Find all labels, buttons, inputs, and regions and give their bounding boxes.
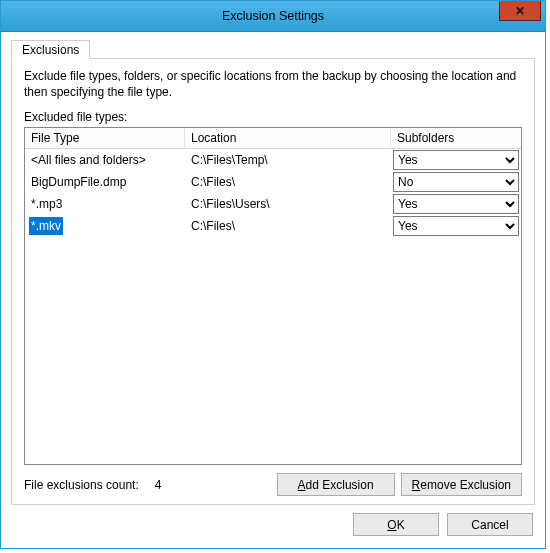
file-type-cell[interactable]: BigDumpFile.dmp <box>25 171 185 193</box>
tab-content: Exclude file types, folders, or specific… <box>12 59 534 504</box>
count-value: 4 <box>155 478 162 492</box>
ok-button[interactable]: OK <box>353 513 439 536</box>
close-button[interactable]: ✕ <box>499 1 541 21</box>
location-cell[interactable]: C:\Files\ <box>185 215 391 237</box>
dialog-window: Exclusion Settings ✕ Exclusions Exclude … <box>0 0 546 549</box>
subfolders-cell: YesNo <box>391 171 521 193</box>
subfolders-select[interactable]: YesNo <box>393 172 519 192</box>
subfolders-select[interactable]: YesNo <box>393 216 519 236</box>
window-title: Exclusion Settings <box>1 9 545 23</box>
grid-body[interactable]: <All files and folders>C:\Files\Temp\Yes… <box>25 149 521 464</box>
file-type-cell[interactable]: <All files and folders> <box>25 149 185 171</box>
subfolders-cell: YesNo <box>391 215 521 237</box>
col-file-type[interactable]: File Type <box>25 128 185 148</box>
table-row[interactable]: BigDumpFile.dmpC:\Files\YesNo <box>25 171 521 193</box>
tab-frame: Exclusions Exclude file types, folders, … <box>11 58 535 505</box>
description-text: Exclude file types, folders, or specific… <box>24 69 522 100</box>
table-row[interactable]: *.mp3C:\Files\Users\YesNo <box>25 193 521 215</box>
remove-exclusion-button[interactable]: Remove Exclusion <box>401 473 522 496</box>
col-subfolders[interactable]: Subfolders <box>391 128 521 148</box>
exclusions-grid: File Type Location Subfolders <All files… <box>24 127 522 465</box>
tab-label: Exclusions <box>22 43 79 57</box>
grid-header: File Type Location Subfolders <box>25 128 521 149</box>
subfolders-cell: YesNo <box>391 193 521 215</box>
subfolders-cell: YesNo <box>391 149 521 171</box>
count-label: File exclusions count: <box>24 478 139 492</box>
subfolders-select[interactable]: YesNo <box>393 194 519 214</box>
col-location[interactable]: Location <box>185 128 391 148</box>
file-type-cell[interactable]: *.mkv <box>25 215 185 237</box>
file-type-cell[interactable]: *.mkv <box>29 217 63 235</box>
dialog-buttons: OK Cancel <box>11 505 535 538</box>
tab-exclusions[interactable]: Exclusions <box>11 40 90 59</box>
table-row[interactable]: <All files and folders>C:\Files\Temp\Yes… <box>25 149 521 171</box>
footer-row: File exclusions count: 4 Add Exclusion R… <box>24 473 522 496</box>
list-label: Excluded file types: <box>24 110 522 124</box>
title-bar[interactable]: Exclusion Settings ✕ <box>1 1 545 32</box>
cancel-button[interactable]: Cancel <box>447 513 533 536</box>
location-cell[interactable]: C:\Files\Users\ <box>185 193 391 215</box>
table-row[interactable]: *.mkvC:\Files\YesNo <box>25 215 521 237</box>
file-type-cell[interactable]: *.mp3 <box>25 193 185 215</box>
location-cell[interactable]: C:\Files\Temp\ <box>185 149 391 171</box>
subfolders-select[interactable]: YesNo <box>393 150 519 170</box>
location-cell[interactable]: C:\Files\ <box>185 171 391 193</box>
close-icon: ✕ <box>515 4 525 18</box>
client-area: Exclusions Exclude file types, folders, … <box>1 32 545 548</box>
add-exclusion-button[interactable]: Add Exclusion <box>277 473 395 496</box>
